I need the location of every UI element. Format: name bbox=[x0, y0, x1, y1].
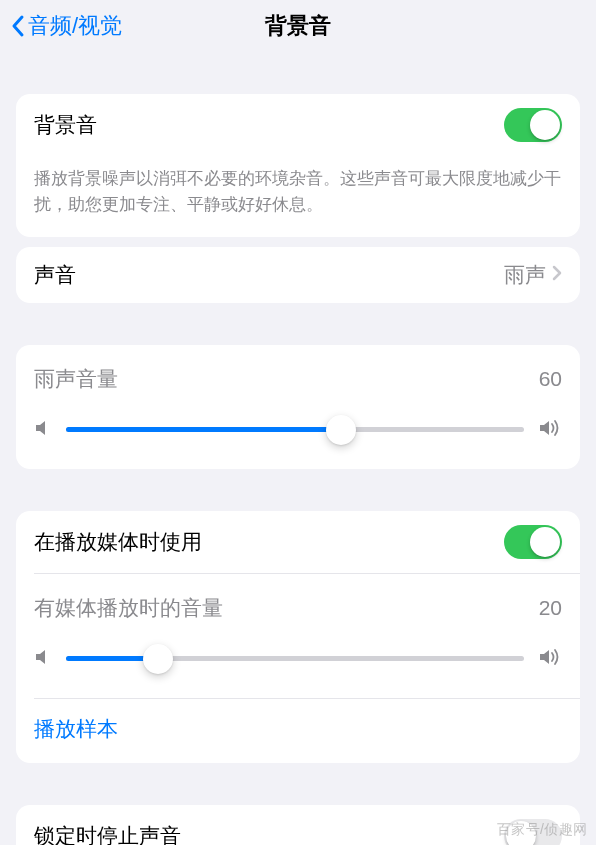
use-with-media-row: 在播放媒体时使用 bbox=[16, 511, 580, 573]
volume-low-icon bbox=[34, 418, 52, 442]
background-sound-description: 播放背景噪声以消弭不必要的环境杂音。这些声音可最大限度地减少干扰，助您更加专注、… bbox=[16, 156, 580, 237]
navigation-bar: 音频/视觉 背景音 bbox=[0, 0, 596, 52]
background-sound-group: 背景音 播放背景噪声以消弭不必要的环境杂音。这些声音可最大限度地减少干扰，助您更… bbox=[16, 94, 580, 237]
rain-volume-value: 60 bbox=[539, 367, 562, 391]
volume-low-icon bbox=[34, 647, 52, 671]
watermark: 百家号/侦趣网 bbox=[497, 821, 588, 839]
chevron-right-icon bbox=[552, 265, 562, 285]
chevron-left-icon bbox=[10, 14, 26, 38]
media-volume-label: 有媒体播放时的音量 bbox=[34, 594, 223, 622]
play-sample-row[interactable]: 播放样本 bbox=[16, 699, 580, 763]
use-with-media-toggle[interactable] bbox=[504, 525, 562, 559]
back-label: 音频/视觉 bbox=[28, 11, 122, 41]
background-sound-toggle[interactable] bbox=[504, 108, 562, 142]
background-sound-row: 背景音 bbox=[16, 94, 580, 156]
lock-stop-label: 锁定时停止声音 bbox=[34, 822, 181, 845]
rain-volume-group: 雨声音量 60 bbox=[16, 345, 580, 469]
media-playback-group: 在播放媒体时使用 有媒体播放时的音量 20 bbox=[16, 511, 580, 763]
play-sample-link: 播放样本 bbox=[34, 717, 118, 740]
back-button[interactable]: 音频/视觉 bbox=[10, 11, 122, 41]
media-volume-slider[interactable] bbox=[66, 644, 524, 674]
sound-label: 声音 bbox=[34, 261, 76, 289]
lock-stop-group: 锁定时停止声音 bbox=[16, 805, 580, 845]
sound-row[interactable]: 声音 雨声 bbox=[16, 247, 580, 303]
background-sound-label: 背景音 bbox=[34, 111, 97, 139]
sound-selection-group: 声音 雨声 bbox=[16, 247, 580, 303]
media-volume-value: 20 bbox=[539, 596, 562, 620]
page-title: 背景音 bbox=[265, 11, 331, 41]
rain-volume-slider[interactable] bbox=[66, 415, 524, 445]
lock-stop-row: 锁定时停止声音 bbox=[16, 805, 580, 845]
sound-value: 雨声 bbox=[504, 261, 546, 289]
volume-high-icon bbox=[538, 418, 562, 442]
use-with-media-label: 在播放媒体时使用 bbox=[34, 528, 202, 556]
rain-volume-label: 雨声音量 bbox=[34, 365, 118, 393]
volume-high-icon bbox=[538, 647, 562, 671]
